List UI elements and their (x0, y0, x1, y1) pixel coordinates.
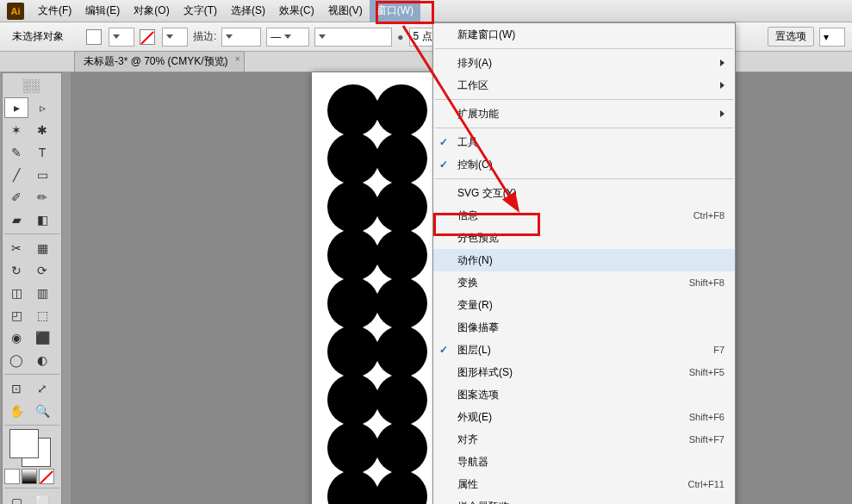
artwork-circles (327, 88, 424, 504)
menu-item[interactable]: 图形样式(S)Shift+F5 (433, 361, 735, 383)
panel-menu[interactable]: ▾ (819, 28, 845, 47)
rectangle-tool[interactable]: ▭ (30, 165, 54, 185)
menu-window[interactable]: 窗口(W) (370, 0, 420, 22)
check-icon: ✓ (433, 344, 454, 356)
menu-item[interactable]: 图像描摹 (433, 316, 735, 339)
screen-mode[interactable]: ▢ (4, 492, 28, 504)
menu-edit[interactable]: 编辑(E) (78, 0, 127, 22)
check-icon: ✓ (433, 159, 454, 171)
menu-view[interactable]: 视图(V) (321, 0, 370, 22)
menu-item-label: SVG 交互(Y) (454, 186, 725, 201)
menu-item-label: 分色预览 (454, 231, 725, 246)
pen-tool[interactable]: ✎ (4, 142, 28, 163)
menu-item[interactable]: 分色预览 (433, 227, 735, 249)
menu-item[interactable]: 扩展功能 (433, 103, 735, 125)
menu-item[interactable]: 拼合器预览 (433, 495, 735, 504)
menu-item-label: 排列(A) (454, 56, 715, 71)
submenu-arrow-icon (720, 82, 725, 89)
menu-item[interactable]: 导航器 (433, 451, 735, 473)
shape-builder-tool[interactable]: ◫ (4, 283, 28, 303)
menu-item[interactable]: 对齐Shift+F7 (433, 428, 735, 451)
menu-item-label: 属性 (454, 477, 688, 492)
menu-item[interactable]: SVG 交互(Y) (433, 182, 735, 204)
check-icon: ✓ (433, 136, 454, 148)
menu-item-label: 控制(C) (454, 158, 725, 172)
menu-item[interactable]: ✓工具 (433, 131, 735, 153)
menu-file[interactable]: 文件(F) (31, 0, 78, 22)
pencil-tool[interactable]: ✏ (30, 187, 54, 208)
var-width[interactable]: — (266, 28, 309, 47)
line-tool[interactable]: ╱ (4, 165, 28, 185)
menu-item-shortcut: Shift+F6 (689, 412, 725, 422)
menu-item-label: 信息 (454, 208, 693, 223)
type-tool[interactable]: T (30, 142, 54, 163)
menu-item[interactable]: 动作(N) (433, 249, 735, 271)
menu-type[interactable]: 文字(T) (177, 0, 224, 22)
submenu-arrow-icon (720, 59, 725, 66)
fill-stroke-swatches[interactable] (4, 429, 58, 467)
symbol-sprayer-tool[interactable]: ◯ (4, 350, 28, 370)
tab-close-icon[interactable]: × (235, 54, 240, 64)
menu-item[interactable]: 图案选项 (433, 383, 735, 406)
blob-brush-tool[interactable]: ▰ (4, 209, 28, 230)
perspective-tool[interactable]: ▥ (30, 283, 54, 303)
change-screen[interactable]: ⬜ (30, 492, 54, 504)
selection-tool[interactable]: ▸ (4, 97, 28, 118)
menu-item-label: 变换 (454, 276, 689, 290)
window-menu-dropdown: 新建窗口(W)排列(A)工作区扩展功能✓工具✓控制(C)SVG 交互(Y)信息C… (432, 22, 736, 504)
menu-item-label: 工作区 (454, 78, 715, 93)
paintbrush-tool[interactable]: ✐ (4, 187, 28, 208)
stroke-dropdown[interactable] (162, 28, 188, 47)
menu-item-label: 新建窗口(W) (454, 28, 725, 42)
app-icon: Ai (7, 3, 24, 20)
slice-tool[interactable]: ⤢ (30, 378, 54, 399)
menu-item[interactable]: 变换Shift+F8 (433, 271, 735, 294)
artboard-tool[interactable]: ⊡ (4, 378, 28, 399)
free-transform-tool[interactable]: ⟳ (30, 260, 54, 281)
width-tool[interactable]: ↻ (4, 260, 28, 281)
panel-grip[interactable]: ░░ (4, 75, 58, 96)
eyedropper-tool[interactable]: ◉ (4, 327, 28, 348)
fill-dropdown[interactable] (109, 28, 134, 47)
direct-selection-tool[interactable]: ▹ (30, 97, 54, 118)
menu-item[interactable]: 工作区 (433, 74, 735, 96)
menu-item-label: 工具 (454, 135, 725, 150)
menu-item[interactable]: ✓控制(C) (433, 153, 735, 176)
scale-tool[interactable]: ▦ (30, 238, 54, 258)
menu-select[interactable]: 选择(S) (224, 0, 272, 22)
menu-object[interactable]: 对象(O) (127, 0, 176, 22)
magic-wand-tool[interactable]: ✶ (4, 120, 28, 140)
lasso-tool[interactable]: ✱ (30, 120, 54, 140)
gradient-tool[interactable]: ⬚ (30, 305, 54, 326)
stroke-weight[interactable] (221, 28, 261, 47)
menu-item[interactable]: ✓图层(L)F7 (433, 339, 735, 361)
menu-item-label: 动作(N) (454, 253, 725, 268)
eraser-tool[interactable]: ◧ (30, 209, 54, 230)
graph-tool[interactable]: ◐ (30, 350, 54, 370)
zoom-tool[interactable]: 🔍 (30, 401, 54, 421)
color-mode-solid[interactable] (4, 469, 20, 484)
rotate-tool[interactable]: ✂ (4, 238, 28, 258)
fill-swatch[interactable] (86, 29, 102, 45)
blend-tool[interactable]: ⬛ (30, 327, 54, 348)
menu-item[interactable]: 属性Ctrl+F11 (433, 473, 735, 495)
menu-item[interactable]: 信息Ctrl+F8 (433, 204, 735, 227)
color-mode-none[interactable] (39, 469, 54, 484)
hand-tool[interactable]: ✋ (4, 401, 28, 421)
selection-status: 未选择对象 (7, 29, 69, 44)
placement-options[interactable]: 置选项 (768, 27, 814, 47)
menubar: Ai 文件(F) 编辑(E) 对象(O) 文字(T) 选择(S) 效果(C) 视… (0, 0, 852, 22)
menu-effect[interactable]: 效果(C) (272, 0, 321, 22)
menu-item[interactable]: 排列(A) (433, 52, 735, 74)
menu-item-label: 外观(E) (454, 410, 689, 425)
stroke-swatch[interactable] (140, 29, 155, 45)
stroke-label: 描边: (193, 29, 216, 44)
menu-item-shortcut: F7 (713, 345, 725, 355)
mesh-tool[interactable]: ◰ (4, 305, 28, 326)
menu-item[interactable]: 外观(E)Shift+F6 (433, 406, 735, 428)
menu-item[interactable]: 新建窗口(W) (433, 23, 735, 46)
document-tab[interactable]: 未标题-3* @ 70% (CMYK/预览) × (74, 51, 245, 72)
menu-item[interactable]: 变量(R) (433, 294, 735, 316)
brush-def[interactable] (314, 28, 392, 47)
menu-item-label: 图像描摹 (454, 320, 725, 335)
